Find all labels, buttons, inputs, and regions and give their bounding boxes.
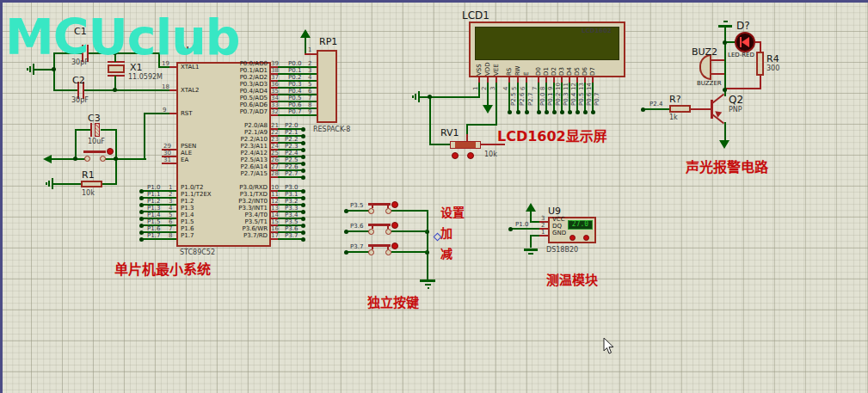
net-dot — [591, 110, 595, 114]
reset-button-terminal[interactable] — [100, 156, 106, 162]
pin-name: P3.3/INT1 — [176, 205, 268, 212]
wire — [346, 251, 371, 253]
pin-number: 13 — [271, 205, 279, 212]
junction-dot — [113, 88, 117, 92]
pin-number: 9 — [547, 81, 554, 90]
pin-name: P2.6/A14 — [176, 163, 268, 170]
net-label: P1.0 — [515, 221, 528, 228]
x1-value: 11.0592M — [128, 73, 163, 81]
ground-icon — [528, 253, 533, 255]
rp1-pin-number: 4 — [308, 74, 311, 81]
net-label: P3.3 — [285, 205, 298, 212]
lcd-pin-col: RS 4 P2.5 — [505, 59, 514, 121]
pin-number: 4 — [169, 205, 172, 212]
pin-number: 13 — [578, 81, 585, 90]
mcuclub-watermark: MCUclub — [5, 9, 240, 65]
key-button-row[interactable]: P3.7 减 — [342, 242, 489, 262]
button-terminal[interactable] — [368, 249, 374, 255]
pin-number: 36 — [271, 81, 279, 88]
net-label: P2.5 — [285, 157, 298, 163]
rv1-decrease-button[interactable] — [452, 152, 459, 159]
button-actuator[interactable] — [391, 201, 398, 208]
ground-icon — [428, 287, 429, 289]
rp1-pin-number: 5 — [308, 81, 311, 88]
pin-number: 30 — [163, 150, 171, 157]
button-terminal[interactable] — [368, 208, 374, 214]
pin-name: P2.1/A9 — [176, 129, 268, 136]
pin-stub — [169, 89, 176, 91]
resistor-r4[interactable] — [756, 52, 764, 76]
pin-number: 1 — [472, 81, 479, 90]
net-dot — [139, 237, 144, 242]
pin-name: D6 — [582, 59, 588, 76]
lcd-power-pins: VSS 1 VDD 2 VEE 3 — [475, 59, 501, 121]
temp-section-title: 测温模块 — [546, 270, 598, 288]
net-label: P0.3 — [288, 81, 301, 88]
pin-name: P0.3/AD3 — [176, 81, 268, 88]
key-function-label: 加 — [440, 224, 452, 241]
net-label: P0.4 — [288, 88, 301, 95]
lcd-data-pins: D0 7 P0.0 D1 8 P0.1 D2 9 P — [535, 59, 597, 121]
lcd-pin-col: VSS 1 — [475, 59, 483, 121]
ds18b20-value: DS18B20 — [546, 246, 578, 254]
ds18b20-up-button[interactable] — [569, 235, 576, 241]
net-label: P3.7 — [350, 243, 363, 250]
pin-number: 24 — [271, 143, 279, 150]
key-button-row[interactable]: P3.6 加 — [342, 221, 489, 242]
pin-number: 18 — [162, 83, 169, 90]
net-dot — [301, 224, 305, 228]
r1-value: 10k — [82, 189, 95, 197]
resistor-r1[interactable] — [81, 181, 102, 187]
rv1-increase-button[interactable] — [467, 152, 474, 159]
wire — [84, 89, 169, 91]
ground-icon — [723, 21, 728, 22]
r4-ref: R4 — [766, 53, 779, 64]
button-terminal[interactable] — [385, 249, 391, 255]
rp1-pin-number: 3 — [308, 67, 311, 74]
lcd-value: LCD1602 — [582, 28, 612, 34]
pin-number: 16 — [271, 225, 279, 232]
reset-button-terminal[interactable] — [84, 156, 90, 162]
reset-button[interactable] — [83, 150, 106, 153]
net-label: P3.2 — [285, 198, 298, 205]
lcd-section-title: LCD1602显示屏 — [497, 125, 607, 145]
power-arrow-down-icon — [719, 140, 729, 149]
button-actuator[interactable] — [391, 243, 398, 249]
ground-icon — [412, 95, 414, 98]
wire — [467, 124, 497, 126]
rv1-wiper — [466, 134, 468, 141]
crystal-x1[interactable] — [108, 64, 125, 73]
c3-value: 10uF — [88, 138, 105, 145]
button-actuator[interactable] — [391, 222, 398, 229]
capacitor-c3[interactable] — [90, 123, 92, 137]
terminal-arrow-left-icon — [43, 155, 52, 163]
wire — [75, 130, 77, 160]
q2-base-bar[interactable] — [711, 100, 713, 119]
pin-row: P2.7/A15 28 P2.7 — [176, 174, 348, 181]
ground-icon — [418, 91, 420, 102]
ground-icon — [425, 284, 431, 286]
rv1-potentiometer[interactable] — [450, 141, 481, 149]
pin-number: 7 — [169, 225, 172, 232]
lcd-pin-col: VEE 3 — [492, 59, 501, 121]
pin-name: P2.5/A13 — [176, 157, 268, 163]
pin-name: D2 — [551, 59, 557, 76]
key-button-row[interactable]: P3.5 设置 — [342, 200, 489, 221]
ds18b20-down-button[interactable] — [583, 235, 589, 241]
pin-name: VCC — [552, 216, 565, 223]
buzzer[interactable] — [699, 54, 711, 80]
reset-button-actuator[interactable] — [107, 148, 114, 155]
proteus-schematic-canvas: MCUclub C1 30pF C2 30pF X1 11.0592M C3 1… — [0, 0, 868, 393]
net-label: P2.7 — [285, 170, 298, 177]
button-terminal[interactable] — [368, 229, 374, 235]
net-label: P0.7 — [594, 87, 600, 106]
resistor-rb[interactable] — [669, 105, 691, 113]
pin-name: P2.2/A10 — [176, 136, 268, 143]
pin-stub — [169, 113, 176, 114]
button-terminal[interactable] — [385, 229, 391, 235]
pin-name: VDD — [484, 59, 491, 76]
pin-name: VSS — [476, 59, 483, 76]
wire — [144, 114, 145, 160]
button-terminal[interactable] — [385, 208, 391, 214]
pin-stub — [711, 73, 724, 75]
